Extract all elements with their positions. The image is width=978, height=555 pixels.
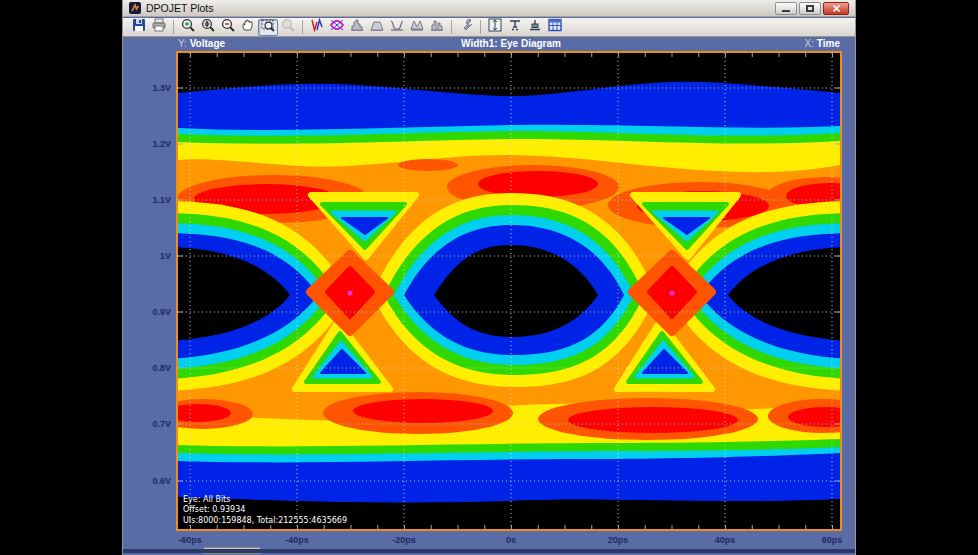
close-icon: [832, 4, 841, 13]
toolbar: [123, 18, 855, 37]
eye-statistics-annotation: Eye: All Bits Offset: 0.93934 UIs:8000:1…: [183, 495, 347, 527]
annotation-line-1: Eye: All Bits: [183, 495, 347, 506]
vertical-cursors-button[interactable]: [485, 19, 505, 36]
window-controls: [775, 2, 849, 15]
x-tick-label: 40ps: [715, 535, 736, 546]
x-tick-label: -20ps: [392, 535, 416, 546]
y-tick-label: 1V: [123, 251, 171, 262]
pan-hand-button[interactable]: [238, 19, 258, 36]
y-tick-label: 0.6V: [123, 476, 171, 487]
mask-plot-button[interactable]: [407, 19, 427, 36]
minimize-button[interactable]: [775, 2, 797, 15]
bathtub-plot-button[interactable]: [387, 19, 407, 36]
save-icon: [131, 17, 147, 37]
eye-diagram-heatmap: [178, 53, 840, 529]
bathtub-plot-icon: [389, 17, 405, 37]
configure-button[interactable]: [456, 19, 476, 36]
jitter-histogram-plot-button[interactable]: [427, 19, 447, 36]
zoom-in-icon: [180, 17, 196, 37]
horizontal-cursors-icon: [507, 17, 523, 37]
trend-plot-icon: [309, 17, 325, 37]
summary-table-icon: [547, 17, 563, 37]
y-axis-title: Y: Voltage: [178, 38, 225, 49]
x-axis-title: X: Time: [805, 38, 840, 49]
print-icon: [151, 17, 167, 37]
toolbar-separator: [451, 20, 452, 34]
dpojet-app-icon: [129, 2, 141, 14]
annotation-line-2: Offset: 0.93934: [183, 505, 347, 516]
jitter-histogram-plot-icon: [429, 17, 445, 37]
zoom-box-icon: [260, 17, 276, 37]
plot-title: Width1: Eye Diagram: [461, 38, 561, 49]
spectrum-plot-icon: [369, 17, 385, 37]
maximize-icon: [806, 5, 814, 12]
x-tick-label: 20ps: [608, 535, 629, 546]
window-title: DPOJET Plots: [146, 2, 775, 14]
minimize-icon: [782, 10, 790, 12]
dpojet-plots-window: DPOJET Plots Y: Voltage Width1: Eye Diag…: [122, 0, 856, 555]
configure-icon: [458, 17, 474, 37]
mask-plot-icon: [409, 17, 425, 37]
y-tick-label: 0.7V: [123, 419, 171, 430]
y-tick-label: 0.8V: [123, 363, 171, 374]
horizontal-cursors-button[interactable]: [505, 19, 525, 36]
eye-diagram-plot-button[interactable]: [327, 19, 347, 36]
bottom-strip: [123, 549, 855, 553]
zoom-undo-icon: [280, 17, 296, 37]
align-icon: [527, 17, 543, 37]
zoom-undo-button[interactable]: [278, 19, 298, 36]
histogram-plot-icon: [349, 17, 365, 37]
zoom-out-button[interactable]: [218, 19, 238, 36]
zoom-out-icon: [220, 17, 236, 37]
x-tick-label: -40ps: [285, 535, 309, 546]
zoom-fit-button[interactable]: [198, 19, 218, 36]
y-tick-label: 1.2V: [123, 139, 171, 150]
eye-diagram-plot[interactable]: Eye: All Bits Offset: 0.93934 UIs:8000:1…: [176, 51, 842, 531]
zoom-in-button[interactable]: [178, 19, 198, 36]
summary-table-button[interactable]: [545, 19, 565, 36]
title-bar[interactable]: DPOJET Plots: [123, 0, 855, 17]
toolbar-separator: [173, 20, 174, 34]
annotation-line-3: UIs:8000:159848, Total:212555:4635669: [183, 516, 347, 527]
histogram-plot-button[interactable]: [347, 19, 367, 36]
screen: DPOJET Plots Y: Voltage Width1: Eye Diag…: [0, 0, 978, 555]
y-tick-label: 0.9V: [123, 307, 171, 318]
zoom-box-button[interactable]: [258, 19, 278, 36]
eye-diagram-plot-icon: [329, 17, 345, 37]
y-tick-label: 1.1V: [123, 195, 171, 206]
trend-plot-button[interactable]: [307, 19, 327, 36]
x-tick-label: 0s: [506, 535, 516, 546]
save-button[interactable]: [129, 19, 149, 36]
y-tick-label: 1.3V: [123, 83, 171, 94]
x-tick-label: 60ps: [822, 535, 843, 546]
vertical-cursors-icon: [487, 17, 503, 37]
toolbar-separator: [302, 20, 303, 34]
x-tick-label: -60ps: [178, 535, 202, 546]
toolbar-separator: [480, 20, 481, 34]
maximize-button[interactable]: [799, 2, 821, 15]
zoom-fit-icon: [200, 17, 216, 37]
print-button[interactable]: [149, 19, 169, 36]
close-button[interactable]: [823, 2, 849, 15]
plot-header: Y: Voltage Width1: Eye Diagram X: Time: [123, 38, 855, 52]
spectrum-plot-button[interactable]: [367, 19, 387, 36]
pan-hand-icon: [240, 17, 256, 37]
align-button[interactable]: [525, 19, 545, 36]
